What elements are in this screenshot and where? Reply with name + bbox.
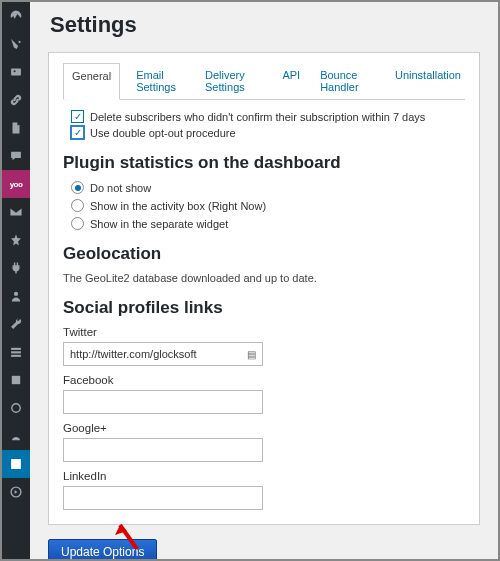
tab-uninstallation[interactable]: Uninstallation [391, 63, 465, 99]
social-heading: Social profiles links [63, 298, 465, 318]
facebook-input[interactable] [63, 390, 263, 414]
checkbox-label: Delete subscribers who didn't confirm th… [90, 111, 425, 123]
update-options-button[interactable]: Update Options [48, 539, 157, 559]
sidebar-collapse-icon[interactable] [2, 478, 30, 506]
sidebar-posts-icon[interactable] [2, 30, 30, 58]
radio-separate-widget[interactable]: Show in the separate widget [71, 217, 465, 230]
sidebar-yoo-badge[interactable]: yoo [2, 170, 30, 198]
svg-rect-0 [11, 69, 21, 76]
tab-delivery-settings[interactable]: Delivery Settings [201, 63, 266, 99]
twitter-label: Twitter [63, 326, 465, 338]
sidebar-mail-icon[interactable] [2, 198, 30, 226]
radio-activity-box[interactable]: Show in the activity box (Right Now) [71, 199, 465, 212]
twitter-input[interactable]: http://twitter.com/glocksoft ▤ [63, 342, 263, 366]
svg-point-1 [14, 70, 16, 72]
linkedin-input[interactable] [63, 486, 263, 510]
page-title: Settings [48, 12, 480, 38]
sidebar-appearance-icon[interactable] [2, 226, 30, 254]
checkbox-label: Use double opt-out procedure [90, 127, 236, 139]
tabs-nav: General Email Settings Delivery Settings… [63, 63, 465, 99]
svg-rect-4 [11, 351, 21, 353]
google-label: Google+ [63, 422, 465, 434]
input-value: http://twitter.com/glocksoft [70, 348, 197, 360]
geo-heading: Geolocation [63, 244, 465, 264]
svg-rect-3 [11, 348, 21, 350]
tab-bounce-handler[interactable]: Bounce Handler [316, 63, 379, 99]
stats-heading: Plugin statistics on the dashboard [63, 153, 465, 173]
sidebar-generic-1-icon[interactable] [2, 366, 30, 394]
checkbox-double-optout-row[interactable]: ✓ Use double opt-out procedure [71, 126, 465, 139]
tab-email-settings[interactable]: Email Settings [132, 63, 189, 99]
linkedin-label: LinkedIn [63, 470, 465, 482]
radio-icon [71, 217, 84, 230]
input-autofill-icon: ▤ [247, 349, 256, 360]
svg-rect-6 [12, 376, 20, 384]
checkbox-delete-unconfirmed-row[interactable]: ✓ Delete subscribers who didn't confirm … [71, 110, 465, 123]
svg-point-2 [14, 292, 18, 296]
sidebar-generic-2-icon[interactable] [2, 394, 30, 422]
geo-status-text: The GeoLite2 database downloaded and up … [63, 272, 465, 284]
radio-icon [71, 181, 84, 194]
sidebar-pages-icon[interactable] [2, 114, 30, 142]
sidebar-media-icon[interactable] [2, 58, 30, 86]
radio-label: Show in the activity box (Right Now) [90, 200, 266, 212]
sidebar-comments-icon[interactable] [2, 142, 30, 170]
svg-point-7 [12, 404, 20, 412]
facebook-label: Facebook [63, 374, 465, 386]
main-content: Settings General Email Settings Delivery… [30, 2, 498, 559]
google-input[interactable] [63, 438, 263, 462]
radio-label: Show in the separate widget [90, 218, 228, 230]
sidebar-generic-3-icon[interactable] [2, 422, 30, 450]
sidebar-tools-icon[interactable] [2, 310, 30, 338]
settings-panel: General Email Settings Delivery Settings… [48, 52, 480, 525]
admin-sidebar: yoo [2, 2, 30, 559]
sidebar-links-icon[interactable] [2, 86, 30, 114]
checkbox-icon: ✓ [71, 110, 84, 123]
svg-rect-5 [11, 355, 21, 357]
radio-do-not-show[interactable]: Do not show [71, 181, 465, 194]
radio-label: Do not show [90, 182, 151, 194]
sidebar-active-item-icon[interactable] [2, 450, 30, 478]
tab-api[interactable]: API [278, 63, 304, 99]
sidebar-settings-icon[interactable] [2, 338, 30, 366]
tab-general[interactable]: General [63, 63, 120, 100]
checkbox-icon: ✓ [71, 126, 84, 139]
sidebar-dashboard-icon[interactable] [2, 2, 30, 30]
sidebar-plugins-icon[interactable] [2, 254, 30, 282]
sidebar-users-icon[interactable] [2, 282, 30, 310]
radio-icon [71, 199, 84, 212]
